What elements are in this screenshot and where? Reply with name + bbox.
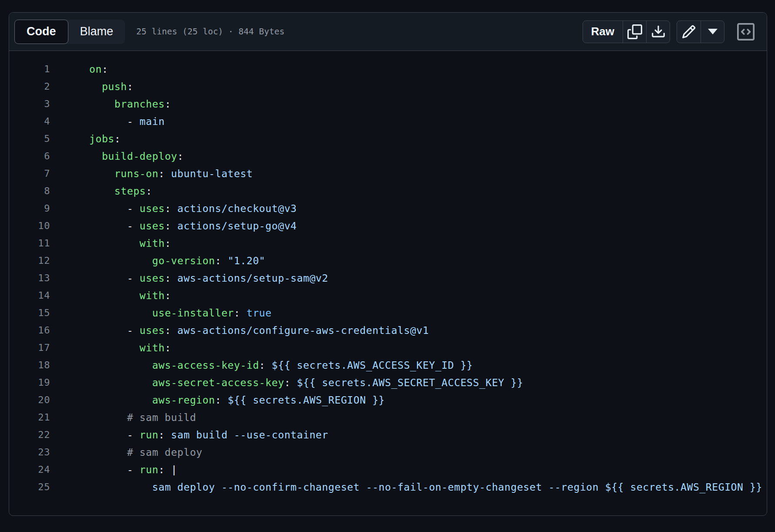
line-number[interactable]: 4 <box>9 113 50 130</box>
code-line: 22 - run: sam build --use-container <box>9 426 767 444</box>
code-line: 23 # sam deploy <box>9 444 767 461</box>
code-content: 1on:2 push:3 branches:4 - main5jobs:6 bu… <box>9 51 767 496</box>
raw-button[interactable]: Raw <box>583 21 623 43</box>
code-line: 15 use-installer: true <box>9 304 767 322</box>
line-content: aws-region: ${{ secrets.AWS_REGION }} <box>89 391 385 409</box>
line-number[interactable]: 12 <box>9 252 50 269</box>
line-number[interactable]: 19 <box>9 374 50 391</box>
line-number[interactable]: 22 <box>9 426 50 444</box>
code-line: 10 - uses: actions/setup-go@v4 <box>9 217 767 235</box>
line-content: go-version: "1.20" <box>89 252 266 269</box>
line-content: # sam build <box>89 409 196 426</box>
raw-copy-download-group: Raw <box>583 20 670 43</box>
code-line: 18 aws-access-key-id: ${{ secrets.AWS_AC… <box>9 357 767 374</box>
line-number[interactable]: 21 <box>9 409 50 426</box>
line-content: runs-on: ubuntu-latest <box>89 165 253 182</box>
line-content: - main <box>89 113 165 130</box>
line-content: - run: | <box>89 461 177 478</box>
edit-dropdown-button[interactable] <box>701 21 724 43</box>
file-header: Code Blame 25 lines (25 loc) · 844 Bytes… <box>9 13 767 51</box>
code-square-icon <box>737 23 755 40</box>
line-number[interactable]: 25 <box>9 478 50 496</box>
code-line: 14 with: <box>9 287 767 304</box>
tab-blame[interactable]: Blame <box>68 20 125 44</box>
triangle-down-icon <box>708 29 718 34</box>
line-content: - uses: actions/checkout@v3 <box>89 200 297 217</box>
line-content: push: <box>89 78 133 95</box>
code-line: 12 go-version: "1.20" <box>9 252 767 269</box>
code-line: 19 aws-secret-access-key: ${{ secrets.AW… <box>9 374 767 391</box>
line-number[interactable]: 2 <box>9 78 50 95</box>
line-content: - run: sam build --use-container <box>89 426 328 444</box>
download-icon <box>651 24 666 39</box>
line-content: aws-access-key-id: ${{ secrets.AWS_ACCES… <box>89 357 473 374</box>
line-number[interactable]: 8 <box>9 182 50 200</box>
line-content: steps: <box>89 182 152 200</box>
code-line: 21 # sam build <box>9 409 767 426</box>
tab-code[interactable]: Code <box>14 20 68 44</box>
code-line: 20 aws-region: ${{ secrets.AWS_REGION }} <box>9 391 767 409</box>
code-blame-switcher: Code Blame <box>14 20 125 44</box>
line-number[interactable]: 24 <box>9 461 50 478</box>
code-line: 8 steps: <box>9 182 767 200</box>
line-content: with: <box>89 339 171 357</box>
code-line: 2 push: <box>9 78 767 95</box>
code-line: 11 with: <box>9 235 767 252</box>
line-number[interactable]: 7 <box>9 165 50 182</box>
line-number[interactable]: 23 <box>9 444 50 461</box>
pencil-icon <box>681 24 696 39</box>
code-line: 9 - uses: actions/checkout@v3 <box>9 200 767 217</box>
line-content: aws-secret-access-key: ${{ secrets.AWS_S… <box>89 374 523 391</box>
line-content: - uses: aws-actions/configure-aws-creden… <box>89 322 429 339</box>
line-number[interactable]: 16 <box>9 322 50 339</box>
symbols-button[interactable] <box>735 21 756 42</box>
code-line: 25 sam deploy --no-confirm-changeset --n… <box>9 478 767 496</box>
line-number[interactable]: 5 <box>9 130 50 148</box>
line-content: on: <box>89 61 108 78</box>
code-line: 17 with: <box>9 339 767 357</box>
code-line: 6 build-deploy: <box>9 148 767 165</box>
line-content: build-deploy: <box>89 148 184 165</box>
line-number[interactable]: 17 <box>9 339 50 357</box>
line-content: jobs: <box>89 130 121 148</box>
line-content: sam deploy --no-confirm-changeset --no-f… <box>89 478 762 496</box>
code-line: 16 - uses: aws-actions/configure-aws-cre… <box>9 322 767 339</box>
line-number[interactable]: 14 <box>9 287 50 304</box>
line-number[interactable]: 20 <box>9 391 50 409</box>
line-content: with: <box>89 235 171 252</box>
copy-button[interactable] <box>623 21 646 43</box>
line-content: - uses: aws-actions/setup-sam@v2 <box>89 269 328 287</box>
code-line: 7 runs-on: ubuntu-latest <box>9 165 767 182</box>
line-number[interactable]: 13 <box>9 269 50 287</box>
line-content: - uses: actions/setup-go@v4 <box>89 217 297 235</box>
line-number[interactable]: 10 <box>9 217 50 235</box>
code-line: 1on: <box>9 61 767 78</box>
line-content: branches: <box>89 95 171 113</box>
download-button[interactable] <box>646 21 670 43</box>
line-number[interactable]: 11 <box>9 235 50 252</box>
code-line: 3 branches: <box>9 95 767 113</box>
line-number[interactable]: 15 <box>9 304 50 322</box>
line-number[interactable]: 18 <box>9 357 50 374</box>
code-line: 5jobs: <box>9 130 767 148</box>
line-number[interactable]: 3 <box>9 95 50 113</box>
line-number[interactable]: 9 <box>9 200 50 217</box>
edit-button[interactable] <box>677 21 701 43</box>
line-content: with: <box>89 287 171 304</box>
file-view-panel: Code Blame 25 lines (25 loc) · 844 Bytes… <box>9 12 767 516</box>
code-line: 4 - main <box>9 113 767 130</box>
header-actions: Raw <box>583 20 756 43</box>
line-number[interactable]: 1 <box>9 61 50 78</box>
code-line: 13 - uses: aws-actions/setup-sam@v2 <box>9 269 767 287</box>
file-meta-info: 25 lines (25 loc) · 844 Bytes <box>136 27 284 37</box>
line-content: # sam deploy <box>89 444 202 461</box>
code-line: 24 - run: | <box>9 461 767 478</box>
line-number[interactable]: 6 <box>9 148 50 165</box>
edit-group <box>677 20 724 43</box>
line-content: use-installer: true <box>89 304 272 322</box>
copy-icon <box>627 24 642 39</box>
